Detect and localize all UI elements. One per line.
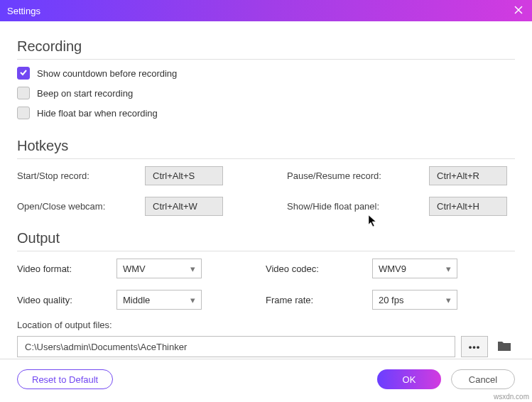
checkbox-label: Beep on start recording [37, 88, 133, 99]
chevron-down-icon: ▾ [190, 264, 195, 274]
output-location-label: Location of output files: [17, 320, 515, 330]
output-heading: Output [17, 230, 515, 246]
footer: Reset to Default OK Cancel [0, 359, 532, 402]
recording-option: Hide float bar when recording [17, 107, 515, 119]
video-codec-label: Video codec: [266, 264, 372, 274]
hotkey-field-pause-resume[interactable]: Ctrl+Alt+R [429, 166, 507, 185]
check-icon [19, 68, 28, 79]
hotkeys-heading: Hotkeys [17, 138, 515, 154]
reset-to-default-button[interactable]: Reset to Default [17, 369, 113, 389]
checkbox-show-countdown[interactable] [17, 67, 30, 80]
chevron-down-icon: ▾ [446, 295, 451, 305]
footer-right: OK Cancel [377, 369, 515, 389]
hotkey-label-pause-resume: Pause/Resume record: [287, 170, 429, 181]
hotkey-field-start-stop[interactable]: Ctrl+Alt+S [145, 166, 223, 185]
hotkey-label-webcam: Open/Close webcam: [17, 201, 145, 212]
select-value: 20 fps [379, 295, 403, 305]
watermark: wsxdn.com [494, 393, 529, 401]
video-quality-label: Video quality: [17, 295, 116, 305]
divider [17, 59, 515, 60]
recording-option: Show countdown before recording [17, 67, 515, 80]
video-format-label: Video format: [17, 264, 116, 274]
select-value: Middle [123, 295, 150, 305]
open-folder-button[interactable] [494, 336, 515, 357]
window-title: Settings [7, 6, 40, 16]
checkbox-hide-floatbar[interactable] [17, 107, 30, 119]
frame-rate-select[interactable]: 20 fps ▾ [372, 290, 457, 310]
frame-rate-label: Frame rate: [266, 295, 372, 305]
close-button[interactable] [512, 4, 525, 17]
hotkey-label-start-stop: Start/Stop record: [17, 170, 145, 181]
settings-window: Settings Recording Show countdown before… [0, 0, 532, 402]
close-icon [514, 6, 523, 16]
ok-button[interactable]: OK [377, 369, 441, 389]
checkbox-label: Show countdown before recording [37, 68, 177, 79]
hotkey-field-webcam[interactable]: Ctrl+Alt+W [145, 197, 223, 216]
recording-option: Beep on start recording [17, 87, 515, 99]
video-quality-select[interactable]: Middle ▾ [116, 290, 202, 310]
divider [17, 251, 515, 251]
video-codec-select[interactable]: WMV9 ▾ [372, 259, 457, 278]
hotkey-label-float-panel: Show/Hide float panel: [287, 201, 429, 212]
divider [17, 158, 515, 159]
titlebar: Settings [0, 0, 532, 21]
hotkey-field-float-panel[interactable]: Ctrl+Alt+H [429, 197, 507, 216]
settings-body: Recording Show countdown before recordin… [0, 21, 532, 359]
output-grid: Video format: WMV ▾ Video codec: WMV9 ▾ … [17, 259, 515, 310]
output-path-row: ••• [17, 336, 515, 357]
chevron-down-icon: ▾ [446, 264, 451, 274]
browse-button[interactable]: ••• [461, 336, 488, 357]
checkbox-label: Hide float bar when recording [37, 108, 158, 119]
select-value: WMV9 [379, 264, 406, 274]
folder-icon [497, 340, 511, 354]
select-value: WMV [123, 264, 146, 274]
cancel-button[interactable]: Cancel [451, 369, 515, 389]
chevron-down-icon: ▾ [190, 295, 195, 305]
checkbox-beep-start[interactable] [17, 87, 30, 99]
output-path-input[interactable] [17, 336, 455, 357]
recording-heading: Recording [17, 38, 515, 55]
video-format-select[interactable]: WMV ▾ [116, 259, 202, 278]
hotkeys-grid: Start/Stop record: Ctrl+Alt+S Pause/Resu… [17, 166, 515, 216]
